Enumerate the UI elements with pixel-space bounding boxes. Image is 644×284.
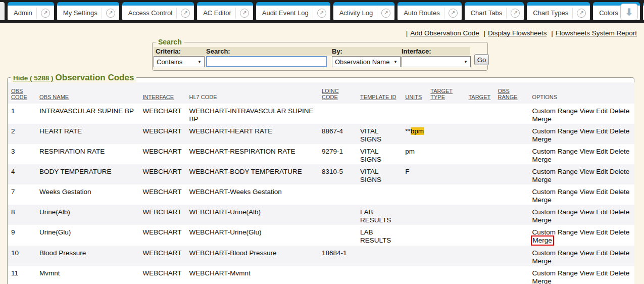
tab-auto-routes[interactable]: Auto Routes ↗ xyxy=(398,2,462,20)
tab-open-new-window[interactable]: ↗ xyxy=(377,8,394,19)
option-custom-range-link[interactable]: Custom Range xyxy=(532,107,578,115)
sort-link-interface[interactable]: INTERFACE xyxy=(142,94,174,100)
option-view-link[interactable]: View xyxy=(579,168,594,175)
cell-target_type xyxy=(427,225,465,246)
option-merge-link[interactable]: Merge xyxy=(532,277,552,284)
option-delete-link[interactable]: Delete xyxy=(610,208,629,216)
tab-open-new-window[interactable]: ↗ xyxy=(36,8,54,19)
option-custom-range-link[interactable]: Custom Range xyxy=(532,228,578,236)
sort-link-target_type[interactable]: TARGET TYPE xyxy=(430,88,457,100)
option-delete-link[interactable]: Delete xyxy=(610,228,629,236)
option-delete-link[interactable]: Delete xyxy=(610,148,629,155)
option-view-link[interactable]: View xyxy=(579,269,594,277)
tab-access-control[interactable]: Access Control ↗ xyxy=(122,2,194,20)
sort-link-template[interactable]: TEMPLATE ID xyxy=(360,94,396,100)
interface-select[interactable]: ▼ xyxy=(402,56,471,67)
option-custom-range-link[interactable]: Custom Range xyxy=(532,188,578,196)
sort-link-target[interactable]: TARGET xyxy=(468,94,490,100)
tab-open-new-window[interactable]: ↗ xyxy=(506,8,524,19)
search-input[interactable] xyxy=(206,56,327,67)
option-custom-range-link[interactable]: Custom Range xyxy=(532,148,578,155)
sort-link-obs_range[interactable]: OBS RANGE xyxy=(498,88,521,100)
tab-open-new-window[interactable]: ↗ xyxy=(444,8,462,19)
option-custom-range-link[interactable]: Custom Range xyxy=(532,269,578,277)
cell-target xyxy=(465,164,494,184)
go-button[interactable]: Go xyxy=(474,54,489,65)
option-custom-range-link[interactable]: Custom Range xyxy=(532,208,578,216)
cell-code: 3 xyxy=(8,144,36,164)
option-view-link[interactable]: View xyxy=(579,249,594,257)
option-merge-link[interactable]: Merge xyxy=(532,196,552,204)
tab-overflow-button[interactable]: ⬇ xyxy=(620,4,638,20)
option-edit-link[interactable]: Edit xyxy=(596,148,608,155)
option-edit-link[interactable]: Edit xyxy=(596,188,608,196)
option-edit-link[interactable]: Edit xyxy=(596,228,608,236)
option-delete-link[interactable]: Delete xyxy=(610,188,629,196)
by-select[interactable]: Observation Name ▼ xyxy=(332,56,401,67)
sort-link-units[interactable]: UNITS xyxy=(405,94,422,100)
tab-ac-editor[interactable]: AC Editor ↗ xyxy=(197,2,253,20)
option-merge-link[interactable]: Merge xyxy=(532,216,552,224)
cell-text-hl7: WEBCHART-INTRAVASCULAR SUPINE BP xyxy=(189,107,314,123)
option-custom-range-link[interactable]: Custom Range xyxy=(532,168,578,175)
option-view-link[interactable]: View xyxy=(579,228,594,236)
option-edit-link[interactable]: Edit xyxy=(596,208,608,216)
tab-open-new-window[interactable]: ↗ xyxy=(102,8,119,19)
cell-obs_range xyxy=(494,184,529,205)
tab-activity-log[interactable]: Activity Log ↗ xyxy=(333,2,394,20)
option-edit-link[interactable]: Edit xyxy=(596,269,608,277)
option-view-link[interactable]: View xyxy=(579,208,594,216)
sort-link-code[interactable]: OBS CODE xyxy=(11,88,27,100)
tab-open-new-window[interactable]: ↗ xyxy=(572,8,590,19)
display-flowsheets-link[interactable]: Display Flowsheets xyxy=(488,29,547,37)
add-observation-code-link[interactable]: Add Observation Code xyxy=(410,29,479,37)
tab-chart-tabs[interactable]: Chart Tabs ↗ xyxy=(465,2,524,20)
cell-name: Urine(Glu) xyxy=(36,225,139,246)
table-row: 4BODY TEMPERATUREWEBCHARTWEBCHART-BODY T… xyxy=(8,164,634,184)
tab-chart-types[interactable]: Chart Types ↗ xyxy=(527,2,590,20)
tab-label: Chart Types xyxy=(527,9,570,17)
option-merge-link[interactable]: Merge xyxy=(532,156,552,163)
tab-open-new-window[interactable]: ↗ xyxy=(235,8,253,19)
header-action-links: |Add Observation Code |Display Flowsheet… xyxy=(404,29,637,37)
cell-text-loinc: 8867-4 xyxy=(322,127,343,135)
option-edit-link[interactable]: Edit xyxy=(596,168,608,175)
option-custom-range-link[interactable]: Custom Range xyxy=(532,127,578,135)
tab-admin[interactable]: Admin ↗ xyxy=(8,2,54,20)
option-delete-link[interactable]: Delete xyxy=(610,249,629,257)
cell-code: 9 xyxy=(8,225,36,246)
flowsheets-system-report-link[interactable]: Flowsheets System Report xyxy=(556,29,637,37)
tab-open-new-window[interactable]: ↗ xyxy=(176,8,194,19)
option-view-link[interactable]: View xyxy=(579,188,594,196)
cell-template: LAB RESULTS xyxy=(357,205,402,225)
cell-text-interface: WEBCHART xyxy=(142,269,181,277)
tab-open-new-window[interactable]: ↗ xyxy=(313,8,330,19)
option-view-link[interactable]: View xyxy=(579,127,594,135)
sort-link-loinc[interactable]: LOINC CODE xyxy=(322,88,343,100)
option-view-link[interactable]: View xyxy=(579,107,594,115)
option-custom-range-link[interactable]: Custom Range xyxy=(532,249,578,257)
hide-count-link[interactable]: Hide ( 5288 ) xyxy=(13,74,54,82)
option-delete-link[interactable]: Delete xyxy=(610,107,629,115)
option-delete-link[interactable]: Delete xyxy=(610,269,629,277)
option-view-link[interactable]: View xyxy=(579,148,594,155)
sort-link-name[interactable]: OBS NAME xyxy=(39,94,69,100)
cell-text-name: Weeks Gestation xyxy=(39,188,91,196)
tab-audit-event-log[interactable]: Audit Event Log ↗ xyxy=(256,2,330,20)
option-merge-link[interactable]: Merge xyxy=(532,115,552,123)
option-merge-link[interactable]: Merge xyxy=(532,135,552,143)
cell-target_type xyxy=(427,144,465,164)
option-edit-link[interactable]: Edit xyxy=(596,107,608,115)
tab-strip: Admin ↗ My Settings ↗ Access Control ↗ A… xyxy=(0,2,644,20)
option-merge-link[interactable]: Merge xyxy=(532,257,552,265)
cell-text-loinc: 9279-1 xyxy=(322,148,343,155)
option-merge-link[interactable]: Merge xyxy=(533,236,552,244)
tab-my-settings[interactable]: My Settings ↗ xyxy=(57,2,119,20)
cell-obs_range xyxy=(494,205,529,225)
option-edit-link[interactable]: Edit xyxy=(596,249,608,257)
criteria-select[interactable]: Contains ▼ xyxy=(154,56,205,67)
option-delete-link[interactable]: Delete xyxy=(610,127,629,135)
option-delete-link[interactable]: Delete xyxy=(610,168,629,175)
option-merge-link[interactable]: Merge xyxy=(532,176,552,183)
option-edit-link[interactable]: Edit xyxy=(596,127,608,135)
